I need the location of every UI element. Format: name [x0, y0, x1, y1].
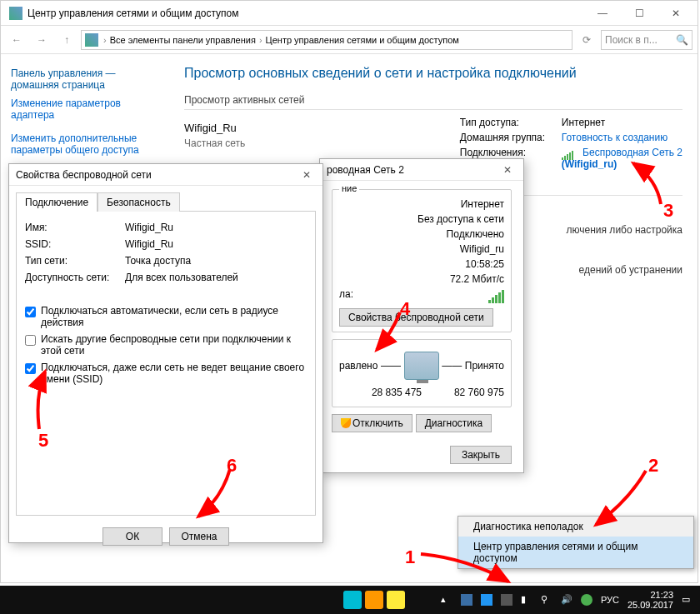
network-name: Wifigid_Ru	[184, 122, 245, 134]
checkbox-auto-connect[interactable]: Подключаться автоматически, если сеть в …	[25, 305, 307, 328]
taskbar-app-icon[interactable]	[365, 591, 383, 609]
homegroup-link[interactable]: Готовность к созданию	[562, 132, 668, 143]
tray-up-icon[interactable]: ▴	[441, 594, 452, 606]
breadcrumb-part[interactable]: Все элементы панели управления	[110, 35, 256, 45]
navbar: ← → ↑ › Все элементы панели управления ›…	[1, 26, 698, 54]
system-tray: ▴ ▮ ⚲ 🔊 РУС 21:23 25.09.2017 ▭	[441, 590, 700, 610]
monitor-icon	[404, 352, 439, 380]
up-button[interactable]: ↑	[56, 29, 78, 51]
bluetooth-icon[interactable]	[481, 594, 492, 606]
tray-icon[interactable]	[501, 594, 512, 606]
tab-connection[interactable]: Подключение	[16, 192, 98, 212]
ok-button[interactable]: ОК	[102, 527, 162, 546]
battery-icon[interactable]: ▮	[521, 594, 532, 606]
menu-network-center[interactable]: Центр управления сетями и общим доступом	[458, 537, 693, 568]
close-button[interactable]: ✕	[658, 2, 694, 25]
tray-icon[interactable]	[581, 594, 592, 606]
active-networks-label: Просмотр активных сетей	[184, 94, 682, 106]
close-icon[interactable]: ✕	[298, 169, 316, 181]
checkbox-hidden-ssid[interactable]: Подключаться, даже если сеть не ведет ве…	[25, 362, 307, 385]
refresh-button[interactable]: ⟳	[576, 29, 598, 51]
language-indicator[interactable]: РУС	[601, 595, 619, 605]
tab-security[interactable]: Безопасность	[98, 192, 180, 212]
checkbox-find-other[interactable]: Искать другие беспроводные сети при подк…	[25, 333, 307, 357]
search-input[interactable]: Поиск в п... 🔍	[601, 30, 692, 50]
dialog-titlebar: роводная Сеть 2 ✕	[320, 159, 523, 181]
page-heading: Просмотр основных сведений о сети и наст…	[184, 66, 682, 81]
wireless-properties-button[interactable]: Свойства беспроводной сети	[339, 308, 493, 327]
tray-context-menu: Диагностика неполадок Центр управления с…	[458, 516, 694, 569]
breadcrumb[interactable]: › Все элементы панели управления › Центр…	[81, 30, 572, 50]
network-type: Частная сеть	[184, 137, 245, 149]
close-icon[interactable]: ✕	[498, 164, 517, 176]
disable-button[interactable]: Отключить	[332, 414, 412, 432]
breadcrumb-part[interactable]: Центр управления сетями и общим доступом	[266, 35, 459, 45]
forward-button[interactable]: →	[31, 29, 52, 51]
wireless-properties-dialog: Свойства беспроводной сети ✕ Подключение…	[8, 163, 323, 543]
menu-diagnose[interactable]: Диагностика неполадок	[458, 517, 693, 537]
cancel-button[interactable]: Отмена	[169, 527, 229, 546]
signal-bars-icon	[488, 288, 504, 303]
search-icon: 🔍	[676, 34, 688, 46]
connection-status-dialog: роводная Сеть 2 ✕ ние Интернет Без досту…	[319, 158, 524, 473]
connection-link[interactable]: Беспроводная Сеть 2 (Wifigid_ru)	[562, 147, 682, 170]
minimize-button[interactable]: —	[584, 2, 621, 25]
tray-icon[interactable]	[461, 594, 472, 606]
network-tray-icon[interactable]: ⚲	[541, 594, 552, 606]
maximize-button[interactable]: ☐	[621, 2, 658, 25]
breadcrumb-icon	[85, 33, 98, 47]
volume-icon[interactable]: 🔊	[561, 594, 572, 606]
back-button[interactable]: ←	[6, 29, 28, 51]
shield-icon	[341, 418, 351, 428]
taskbar-app-icon[interactable]	[387, 591, 405, 609]
sidebar-link-adapter-settings[interactable]: Изменение параметров адаптера	[11, 97, 166, 121]
sidebar-heading[interactable]: Панель управления — домашняя страница	[11, 67, 166, 91]
app-icon	[9, 7, 22, 20]
dialog-titlebar: Свойства беспроводной сети ✕	[9, 164, 322, 186]
diagnose-button[interactable]: Диагностика	[416, 414, 492, 432]
notification-icon[interactable]: ▭	[682, 594, 693, 606]
close-button[interactable]: Закрыть	[450, 446, 512, 464]
signal-icon	[562, 148, 577, 158]
taskbar-app-icon[interactable]	[343, 591, 362, 609]
taskbar: ▴ ▮ ⚲ 🔊 РУС 21:23 25.09.2017 ▭	[0, 586, 700, 614]
sidebar-link-sharing-settings[interactable]: Изменить дополнительные параметры общего…	[11, 132, 166, 156]
clock[interactable]: 21:23 25.09.2017	[628, 590, 673, 610]
window-title: Центр управления сетями и общим доступом	[28, 7, 584, 19]
titlebar: Центр управления сетями и общим доступом…	[1, 1, 698, 26]
